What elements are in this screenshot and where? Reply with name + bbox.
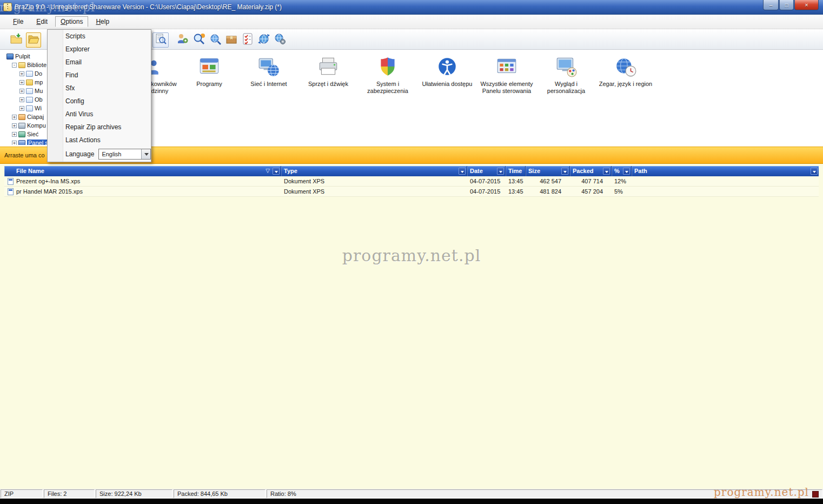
tree-item-mp[interactable]: + mp xyxy=(2,78,49,87)
menu-item-repair-zip[interactable]: Repair Zip archives xyxy=(48,121,151,134)
menu-item-explorer[interactable]: Explorer xyxy=(48,43,151,56)
app-window: BraZip 9.0 - Unregistered Shareware Vers… xyxy=(0,0,823,504)
cp-item-hardware-sound[interactable]: Sprzęt i dźwięk xyxy=(298,55,358,95)
tree-item-panel-sterowania[interactable]: + Panel st xyxy=(2,138,49,145)
expand-box-icon[interactable]: + xyxy=(19,97,24,102)
menu-edit[interactable]: Edit xyxy=(31,16,53,27)
music-folder-icon xyxy=(26,88,33,94)
tree-item-ciapaj[interactable]: + Ciapaj xyxy=(2,112,49,121)
status-files-count: Files: 2 xyxy=(44,489,95,498)
menu-help[interactable]: Help xyxy=(90,16,115,27)
status-ratio: Ratio: 8% programy.net.pl xyxy=(267,489,822,498)
menu-item-config[interactable]: Config xyxy=(48,95,151,108)
menu-item-scripts[interactable]: Scripts xyxy=(48,30,151,43)
web-options-button[interactable] xyxy=(273,32,288,48)
file-row[interactable]: pr Handel MAR 2015.xps Dokument XPS 04-0… xyxy=(4,187,819,197)
cp-item-network-internet[interactable]: Sieć i Internet xyxy=(239,55,298,95)
documents-icon xyxy=(26,71,33,77)
menu-item-anti-virus[interactable]: Anti Virus xyxy=(48,108,151,121)
cp-item-appearance[interactable]: Wygląd ipersonalizacja xyxy=(536,55,596,95)
menu-item-sfx[interactable]: Sfx xyxy=(48,82,151,95)
cp-item-programs[interactable]: Programy xyxy=(180,55,239,95)
clock-language-region-icon xyxy=(614,55,637,78)
column-header-time[interactable]: Time xyxy=(506,166,526,176)
control-panel-icon xyxy=(18,140,25,145)
language-select[interactable]: English xyxy=(98,149,151,160)
minimize-button[interactable]: – xyxy=(763,0,779,10)
cp-item-all-items[interactable]: Wszystkie elementyPanelu sterowania xyxy=(477,55,536,95)
file-row[interactable]: Prezent og+-Ina MS.xps Dokument XPS 04-0… xyxy=(4,176,819,187)
expand-box-icon[interactable]: + xyxy=(19,71,24,76)
expand-box-icon[interactable]: + xyxy=(12,123,17,128)
test-archive-button[interactable] xyxy=(240,32,255,48)
extract-wizard-button[interactable] xyxy=(175,32,190,48)
tree-item-muzyka[interactable]: + Mu xyxy=(2,87,49,95)
filter-dropdown-icon[interactable] xyxy=(497,168,504,175)
pictures-folder-icon xyxy=(26,97,33,103)
view-search-icon xyxy=(154,32,167,48)
column-header-type[interactable]: Type xyxy=(281,166,467,176)
filter-dropdown-icon[interactable] xyxy=(273,168,280,175)
tree-item-wideo[interactable]: + Wi xyxy=(2,104,49,112)
videos-folder-icon xyxy=(26,105,33,111)
menu-item-find[interactable]: Find xyxy=(48,69,151,82)
filter-dropdown-icon[interactable] xyxy=(811,168,818,175)
watermark-logo-icon xyxy=(812,491,819,498)
expand-box-icon[interactable]: + xyxy=(12,141,17,145)
column-header-size[interactable]: Size xyxy=(526,166,570,176)
chevron-down-icon[interactable] xyxy=(141,149,150,159)
tree-item-siec[interactable]: + Sieć xyxy=(2,130,49,138)
menu-item-email[interactable]: Email xyxy=(48,56,151,69)
column-header-date[interactable]: Date xyxy=(467,166,506,176)
filter-dropdown-icon[interactable] xyxy=(603,168,610,175)
filter-dropdown-icon[interactable] xyxy=(459,168,466,175)
cp-item-system-security[interactable]: System izabezpieczenia xyxy=(358,55,417,95)
tree-item-dokumenty[interactable]: + Do xyxy=(2,69,49,78)
expand-box-icon[interactable]: + xyxy=(19,89,24,94)
tree-item-biblioteki[interactable]: - Bibliote xyxy=(2,61,49,69)
tree-item-pulpit[interactable]: Pulpit xyxy=(2,52,49,61)
column-header-packed[interactable]: Packed xyxy=(570,166,612,176)
tree-item-komputer[interactable]: + Kompu xyxy=(2,121,49,130)
expand-box-icon[interactable]: + xyxy=(19,106,24,111)
open-archive-icon xyxy=(27,32,40,48)
internet-update-icon xyxy=(257,32,270,48)
test-archive-icon xyxy=(241,32,254,48)
cp-item-ease-of-access[interactable]: Ułatwienia dostępu xyxy=(417,55,477,95)
watermark-bottom-right: programy.net.pl xyxy=(714,488,809,496)
filter-dropdown-icon[interactable] xyxy=(623,168,630,175)
view-button[interactable] xyxy=(152,32,169,48)
expand-box-icon[interactable]: + xyxy=(12,132,17,137)
library-icon xyxy=(18,62,25,68)
maximize-button[interactable]: □ xyxy=(779,0,794,10)
close-button[interactable]: × xyxy=(794,0,819,10)
find-files-button[interactable] xyxy=(191,32,207,48)
column-header-percent[interactable]: % xyxy=(612,166,632,176)
collapse-box-icon[interactable]: - xyxy=(12,63,17,68)
file-list-area: File Name ▽ Type Date Time Size xyxy=(0,164,823,489)
menu-file[interactable]: File xyxy=(8,16,29,27)
open-archive-button[interactable] xyxy=(26,32,41,48)
cp-item-clock-language[interactable]: Zegar, język i region xyxy=(596,55,655,95)
menu-item-last-actions[interactable]: Last Actions xyxy=(48,134,151,147)
expand-box-icon[interactable]: + xyxy=(19,80,24,85)
watermark-center: programy.net.pl xyxy=(342,246,481,265)
internet-update-button[interactable] xyxy=(256,32,271,48)
ease-of-access-icon xyxy=(436,55,459,78)
control-panel-categories: Konta użytkownikówi Filtr rodzinny Progr… xyxy=(120,55,655,95)
window-title: BraZip 9.0 - Unregistered Shareware Vers… xyxy=(15,3,282,11)
pack-button[interactable] xyxy=(224,32,239,48)
system-security-icon xyxy=(376,55,399,78)
computer-icon xyxy=(18,123,25,129)
new-archive-icon xyxy=(10,32,23,48)
column-header-file-name[interactable]: File Name ▽ xyxy=(4,166,281,176)
column-header-path[interactable]: Path xyxy=(632,166,819,176)
new-archive-button[interactable] xyxy=(9,32,24,48)
expand-box-icon[interactable]: + xyxy=(12,115,17,120)
menu-options[interactable]: Options xyxy=(55,16,88,27)
search-button[interactable] xyxy=(208,32,223,48)
folder-icon xyxy=(26,79,33,85)
sort-indicator-icon: ▽ xyxy=(266,166,270,176)
tree-item-obrazy[interactable]: + Ob xyxy=(2,95,49,104)
filter-dropdown-icon[interactable] xyxy=(561,168,568,175)
